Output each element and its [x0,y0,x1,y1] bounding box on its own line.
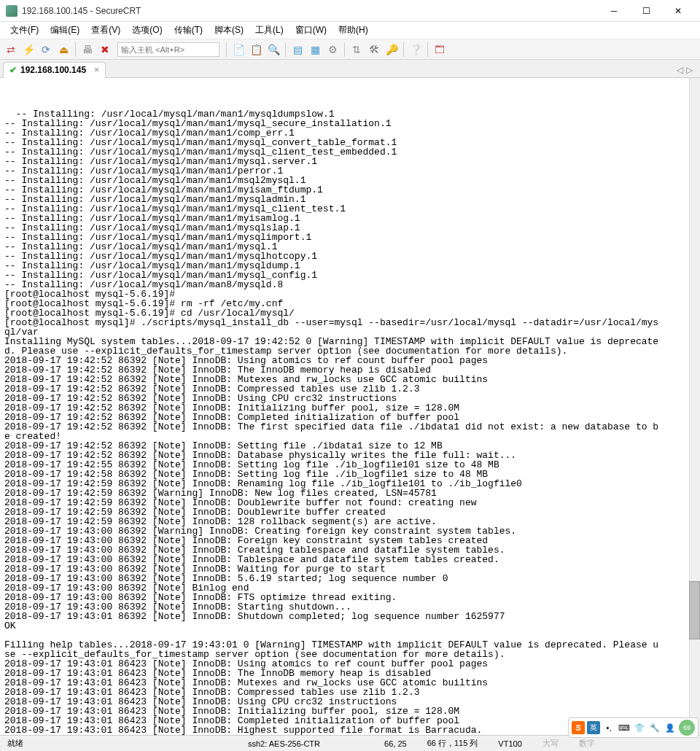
ime-user-icon[interactable]: 👤 [664,721,677,734]
separator [403,42,404,57]
separator [75,42,76,57]
quick-connect-icon[interactable]: ⚡ [20,42,36,58]
menu-file[interactable]: 文件(F) [4,23,44,38]
minimize-button[interactable]: ─ [598,1,630,21]
terminal-text: -- Installing: /usr/local/mysql/man/man1… [4,109,658,735]
sogou-icon[interactable]: S [572,721,585,734]
ime-punct-icon[interactable]: •, [602,721,615,734]
sftp-icon[interactable]: 🗔 [432,42,448,58]
reconnect-icon[interactable]: ⟳ [38,42,54,58]
tab-next-icon[interactable]: ▷ [686,65,693,75]
copy-icon[interactable]: 📄 [230,42,246,58]
separator [427,42,428,57]
separator [344,42,345,57]
menu-edit[interactable]: 编辑(E) [44,23,85,38]
separator [226,42,227,57]
separator [285,42,286,57]
scrollbar-thumb[interactable] [689,581,700,639]
maximize-button[interactable]: ☐ [630,1,662,21]
ime-lang[interactable]: 英 [587,721,600,734]
menu-window[interactable]: 窗口(W) [289,23,332,38]
ime-tool-icon[interactable]: 🔧 [648,721,661,734]
ime-keyboard-icon[interactable]: ⌨ [618,721,631,734]
titlebar: 192.168.100.145 - SecureCRT ─ ☐ ✕ [0,0,700,22]
session-tab[interactable]: ✔ 192.168.100.145 × [3,62,106,78]
connect-icon[interactable]: ⇄ [3,42,19,58]
menubar: 文件(F) 编辑(E) 查看(V) 选项(O) 传输(T) 脚本(S) 工具(L… [0,22,700,39]
ime-skin-icon[interactable]: 👕 [633,721,646,734]
status-size: 66 行，115 列 [424,738,481,749]
status-ready: 就绪 [4,738,26,749]
print-icon[interactable]: 🖶 [79,42,96,58]
status-connection: ssh2: AES-256-CTR [245,739,323,748]
window-controls: ─ ☐ ✕ [598,1,694,21]
connected-icon: ✔ [9,65,17,75]
tab-nav: ◁ ▷ [677,65,697,75]
ime-toolbar[interactable]: S 英 •, ⌨ 👕 🔧 👤 69 [568,717,699,738]
cancel-icon[interactable]: ✖ [97,42,113,58]
window-title: 192.168.100.145 - SecureCRT [22,6,598,16]
close-button[interactable]: ✕ [662,1,694,21]
ime-badge[interactable]: 69 [679,720,695,736]
find-icon[interactable]: 🔍 [265,42,281,58]
help-icon[interactable]: ❔ [408,42,424,58]
status-num: 数字 [576,738,598,749]
status-emulation: VT100 [495,739,524,748]
menu-options[interactable]: 选项(O) [126,23,168,38]
tab-prev-icon[interactable]: ◁ [677,65,683,75]
paste-icon[interactable]: 📋 [248,42,264,58]
key-icon[interactable]: 🔑 [384,42,400,58]
menu-tools[interactable]: 工具(L) [249,23,289,38]
menu-help[interactable]: 帮助(H) [332,23,374,38]
toolbar: ⇄ ⚡ ⟳ ⏏ 🖶 ✖ 📄 📋 🔍 ▤ ▦ ⚙ ⇅ 🛠 🔑 ❔ 🗔 [0,39,700,60]
sessions-icon[interactable]: ▦ [307,42,323,58]
host-input[interactable] [117,42,219,57]
menu-view[interactable]: 查看(V) [85,23,126,38]
menu-script[interactable]: 脚本(S) [209,23,249,38]
app-icon [6,5,18,17]
transfer-icon[interactable]: ⇅ [349,42,365,58]
menu-transfer[interactable]: 传输(T) [168,23,209,38]
tab-label: 192.168.100.145 [20,65,86,75]
options-icon[interactable]: ⚙ [324,42,341,58]
status-cursor-pos: 66, 25 [381,739,410,748]
tab-close-icon[interactable]: × [94,65,99,75]
terminal-output[interactable]: -- Installing: /usr/local/mysql/man/man1… [0,78,700,735]
disconnect-icon[interactable]: ⏏ [55,42,71,58]
session-icon[interactable]: ▤ [289,42,306,58]
status-caps: 大写 [540,738,561,749]
settings-icon[interactable]: 🛠 [366,42,382,58]
tab-bar: ✔ 192.168.100.145 × ◁ ▷ [0,60,700,78]
